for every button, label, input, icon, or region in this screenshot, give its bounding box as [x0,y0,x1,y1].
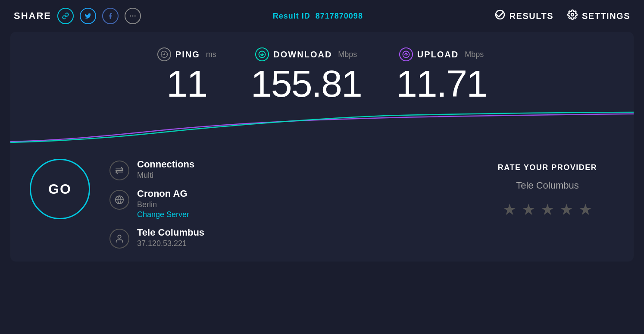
server-location: Berlin [137,200,189,209]
twitter-share-button[interactable] [80,8,96,24]
download-unit: Mbps [338,50,357,59]
link-share-button[interactable] [57,8,74,24]
server-item: Cronon AG Berlin Change Server [109,188,461,219]
ping-value: 11 [166,65,207,103]
upload-value: 11.71 [396,65,487,103]
star-3[interactable]: ★ [541,201,554,219]
upload-label: UPLOAD [417,50,459,60]
stats-row: PING ms 11 DOWNLOAD Mbps 155.81 [10,32,634,111]
isp-ip: 37.120.53.221 [137,239,204,248]
results-button[interactable]: RESULTS [495,9,553,22]
download-header: DOWNLOAD Mbps [255,47,357,61]
server-icon [109,190,129,210]
top-right-nav: RESULTS SETTINGS [495,9,630,22]
share-label: SHARE [14,10,51,22]
isp-name: Tele Columbus [137,227,204,238]
result-id-value: 8717870098 [316,12,363,20]
rate-section: RATE YOUR PROVIDER Tele Columbus ★ ★ ★ ★… [478,159,616,219]
isp-text: Tele Columbus 37.120.53.221 [137,227,204,248]
settings-button[interactable]: SETTINGS [567,9,630,22]
result-id: Result ID 8717870098 [273,12,363,21]
isp-item: Tele Columbus 37.120.53.221 [109,227,461,249]
results-label: RESULTS [510,11,553,21]
server-text: Cronon AG Berlin Change Server [137,188,189,219]
svg-point-4 [571,13,574,16]
star-1[interactable]: ★ [503,201,516,219]
main-card: PING ms 11 DOWNLOAD Mbps 155.81 [10,32,634,262]
ping-header: PING ms [157,47,216,61]
top-bar: SHARE Result ID 8717870098 [0,0,644,32]
isp-icon [109,229,129,249]
ping-unit: ms [206,50,216,59]
more-share-button[interactable] [125,8,141,24]
download-stat: DOWNLOAD Mbps 155.81 [251,47,362,103]
facebook-share-button[interactable] [102,8,119,24]
results-icon [495,9,505,22]
ping-label: PING [175,50,200,60]
connections-value: Multi [137,171,194,180]
go-button[interactable]: GO [30,159,90,219]
go-label: GO [48,181,72,197]
rate-provider: Tele Columbus [516,180,579,191]
connections-item: Connections Multi [109,159,461,180]
download-icon [255,47,269,61]
svg-point-2 [134,16,136,17]
upload-stat: UPLOAD Mbps 11.71 [396,47,487,103]
go-button-wrap: GO [28,159,92,219]
upload-header: UPLOAD Mbps [399,47,484,61]
speed-graph [10,111,634,146]
star-4[interactable]: ★ [560,201,573,219]
svg-point-1 [132,16,134,17]
server-name: Cronon AG [137,188,189,199]
settings-icon [567,9,578,22]
result-id-label: Result ID [273,12,310,20]
connections-text: Connections Multi [137,159,194,180]
connections-label: Connections [137,159,194,170]
ping-stat: PING ms 11 [157,47,216,103]
upload-unit: Mbps [465,50,484,59]
info-list: Connections Multi Cronon AG Berlin Chang… [109,159,461,249]
svg-point-18 [118,235,121,238]
svg-point-0 [130,16,131,17]
download-label: DOWNLOAD [273,50,332,60]
upload-icon [399,47,413,61]
ping-icon [157,47,171,61]
rate-title: RATE YOUR PROVIDER [498,163,597,172]
bottom-section: GO Connections Multi [10,146,634,262]
share-section: SHARE [14,8,141,24]
star-rating[interactable]: ★ ★ ★ ★ ★ [503,201,592,219]
settings-label: SETTINGS [582,11,630,21]
connections-icon [109,161,129,180]
change-server-link[interactable]: Change Server [137,210,189,219]
download-value: 155.81 [251,65,362,103]
star-5[interactable]: ★ [578,201,592,219]
star-2[interactable]: ★ [522,201,535,219]
